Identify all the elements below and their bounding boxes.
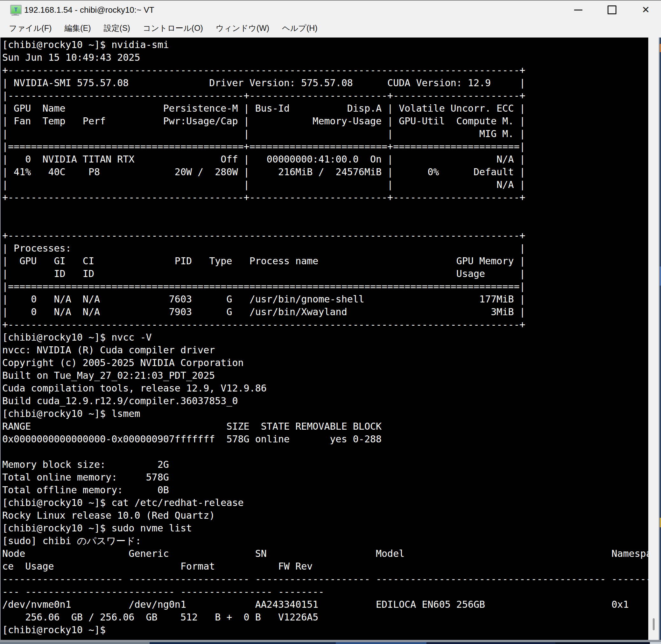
terminal-screen[interactable]: [chibi@rocky10 ~]$ nvidia-smi Sun Jun 15… [1,38,648,640]
menu-window[interactable]: ウィンドウ(W) [211,21,274,35]
menu-file[interactable]: ファイル(F) [4,21,57,35]
menu-setup[interactable]: 設定(S) [98,21,135,35]
window-title: 192.168.1.54 - chibi@rocky10:~ VT [24,5,154,15]
menu-edit[interactable]: 編集(E) [59,21,96,35]
scrollbar-track[interactable] [648,38,659,640]
maximize-icon [608,5,616,14]
minimize-icon [574,9,582,10]
close-icon: ✕ [642,5,649,15]
title-bar[interactable]: T 192.168.1.54 - chibi@rocky10:~ VT ✕ [0,0,661,19]
window-bottom-border [0,640,661,642]
menu-help[interactable]: ヘルプ(H) [277,21,323,35]
teraterm-icon: T [9,5,22,16]
terminal-output: [chibi@rocky10 ~]$ nvidia-smi Sun Jun 15… [1,38,648,636]
teraterm-window: T 192.168.1.54 - chibi@rocky10:~ VT ✕ ファ… [0,0,661,644]
maximize-button[interactable] [602,1,622,19]
teraterm-icon-screen: T [10,5,22,14]
close-button[interactable]: ✕ [636,1,656,19]
taskbar-peek [0,642,661,644]
scrollbar-thumb[interactable] [653,618,655,630]
menu-control[interactable]: コントロール(O) [138,21,208,35]
desktop-edge-sliver [660,38,661,640]
menu-bar: ファイル(F) 編集(E) 設定(S) コントロール(O) ウィンドウ(W) ヘ… [0,19,661,38]
minimize-button[interactable] [568,1,589,19]
